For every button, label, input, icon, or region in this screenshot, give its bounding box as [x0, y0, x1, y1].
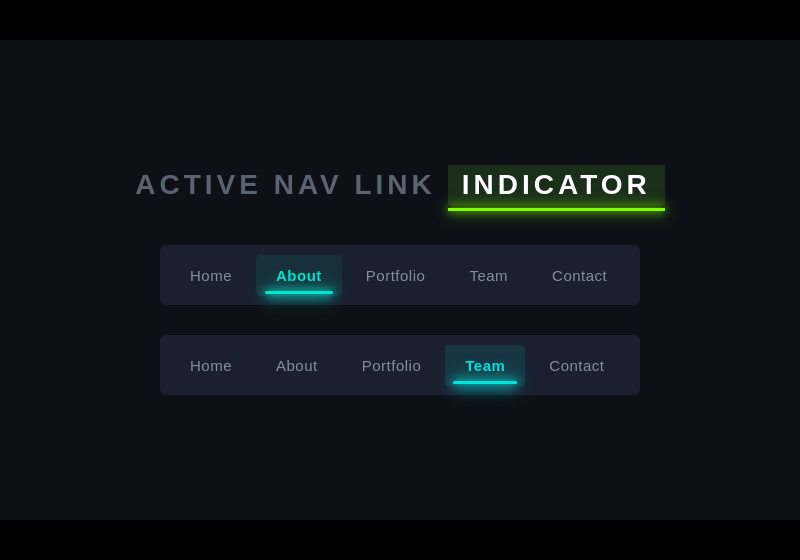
- nav-item-portfolio-1[interactable]: Portfolio: [346, 255, 446, 296]
- nav-bar-2: Home About Portfolio Team Contact: [160, 335, 640, 395]
- nav-item-portfolio-2[interactable]: Portfolio: [342, 345, 442, 386]
- nav-item-contact-1[interactable]: Contact: [532, 255, 627, 296]
- nav-item-home-2[interactable]: Home: [170, 345, 252, 386]
- nav-item-about-2[interactable]: About: [256, 345, 338, 386]
- nav-bar-1: Home About Portfolio Team Contact: [160, 245, 640, 305]
- top-bar: [0, 0, 800, 40]
- bottom-bar: [0, 520, 800, 560]
- content-area: ACTIVE NAV LINK INDICATOR Home About Por…: [0, 165, 800, 395]
- nav-item-team-2[interactable]: Team: [445, 345, 525, 386]
- title-plain: ACTIVE NAV LINK: [135, 169, 436, 201]
- title-row: ACTIVE NAV LINK INDICATOR: [135, 165, 665, 205]
- nav-item-home-1[interactable]: Home: [170, 255, 252, 296]
- title-highlight: INDICATOR: [448, 165, 665, 205]
- nav-item-about-1[interactable]: About: [256, 255, 342, 296]
- nav-item-team-1[interactable]: Team: [449, 255, 528, 296]
- nav-item-contact-2[interactable]: Contact: [529, 345, 624, 386]
